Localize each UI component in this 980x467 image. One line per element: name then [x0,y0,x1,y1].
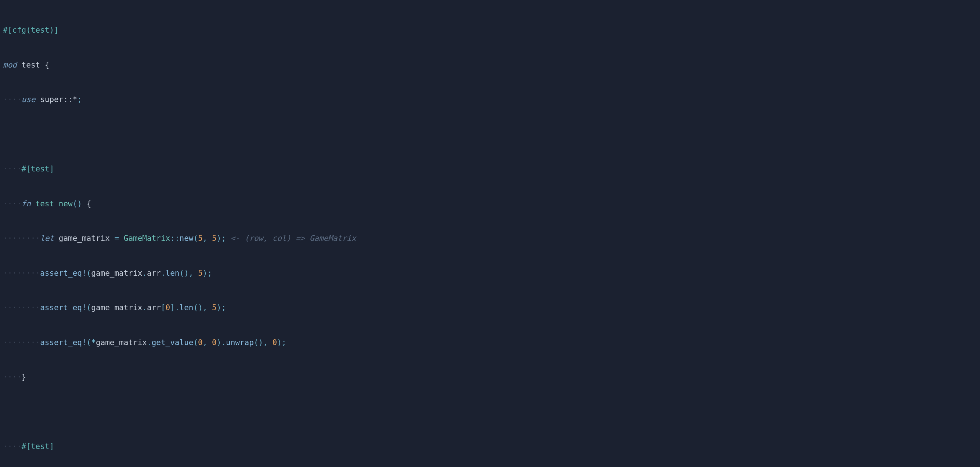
brace-open: { [45,59,49,71]
space [54,233,59,245]
attr-cfg-test: #[cfg(test)] [3,25,59,37]
paren-close: ) [77,198,82,210]
code-line[interactable]: ····fn test_new() { [3,198,977,210]
kw-fn: fn [22,198,31,210]
num: 5 [198,233,203,245]
semi: ; [77,94,82,106]
code-line[interactable] [3,407,977,418]
code-line[interactable]: ········assert_eq!(game_matrix.arr[0].le… [3,302,977,314]
num: 0 [198,337,203,349]
kw-let: let [40,233,54,245]
space [82,198,87,210]
num: 5 [198,268,203,280]
code-line[interactable]: ····use super::*; [3,94,977,106]
space [36,94,40,106]
paren-open: ( [73,198,78,210]
path-super: super::* [40,94,77,106]
brace-open: { [87,198,91,210]
attr-test: #[test] [22,164,54,175]
macro-assert-eq: assert_eq! [40,268,86,280]
space [31,198,36,210]
macro-assert-eq: assert_eq! [40,337,86,349]
code-line[interactable] [3,129,977,141]
code-line[interactable]: ····#[test] [3,441,977,453]
indent: ···· [3,164,22,175]
macro-assert-eq: assert_eq! [40,302,86,314]
num: 0 [165,302,170,314]
inlay-hint: <- (row, col) => GameMatrix [231,233,356,245]
indent: ········ [3,233,40,245]
type-gamematrix: GameMatrix [124,233,170,245]
kw-mod: mod [3,59,17,71]
indent: ········ [3,268,40,280]
num: 5 [212,302,217,314]
var-game-matrix: game_matrix [59,233,110,245]
space [17,59,22,71]
space [110,233,115,245]
op-eq: = [114,233,119,245]
indent: ···· [3,198,22,210]
code-line[interactable]: #[cfg(test)] [3,25,977,37]
code-editor[interactable]: #[cfg(test)] mod test { ····use super::*… [0,0,980,467]
num: 0 [272,337,277,349]
kw-use: use [22,94,36,106]
attr-test: #[test] [22,441,54,453]
brace-close: } [22,372,27,383]
fn-name: test_new [36,198,73,210]
code-line[interactable]: ····} [3,372,977,383]
indent: ········ [3,337,40,349]
ident-test: test [22,59,40,71]
code-line[interactable]: mod test { [3,59,977,71]
indent: ···· [3,372,22,383]
num: 0 [212,337,217,349]
dcolon: :: [170,233,179,245]
indent: ···· [3,441,22,453]
indent: ········ [3,302,40,314]
space [40,59,45,71]
code-line[interactable]: ····#[test] [3,164,977,175]
code-line[interactable]: ········assert_eq!(*game_matrix.get_valu… [3,337,977,349]
space [119,233,124,245]
code-line[interactable]: ········let game_matrix = GameMatrix::ne… [3,233,977,245]
indent: ···· [3,94,22,106]
code-line[interactable]: ········assert_eq!(game_matrix.arr.len()… [3,268,977,280]
fn-new: new [180,233,194,245]
num: 5 [212,233,217,245]
